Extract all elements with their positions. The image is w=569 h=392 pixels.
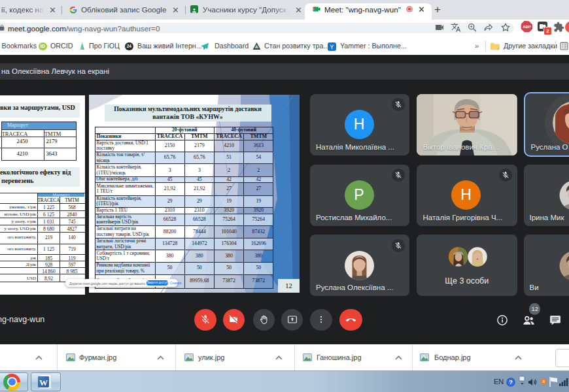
svg-text:W: W [39, 378, 48, 387]
svg-text:ABP: ABP [523, 25, 531, 29]
svg-text:?: ? [509, 379, 513, 385]
svg-text:a: a [542, 379, 545, 384]
